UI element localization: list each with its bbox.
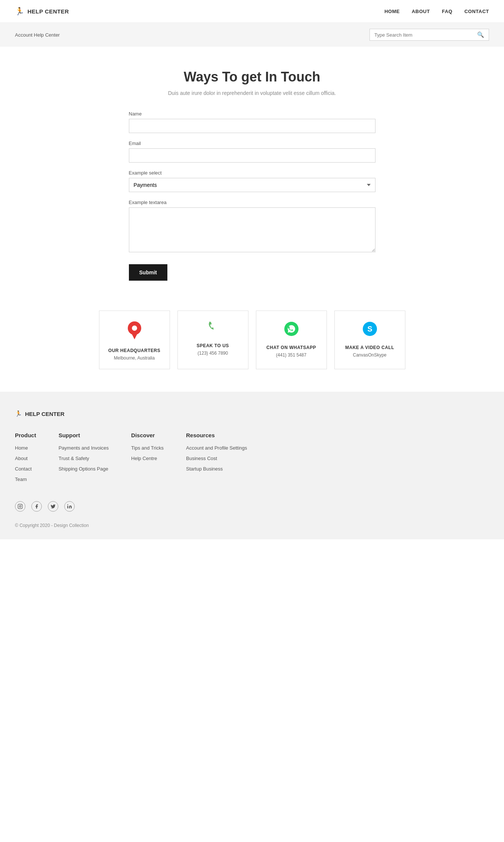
footer-resources-heading: Resources bbox=[186, 432, 247, 438]
card-skype-title: MAKE A VIDEO CALL bbox=[342, 345, 398, 350]
footer-logo-text: HELP CENTER bbox=[25, 411, 65, 417]
svg-rect-6 bbox=[18, 504, 22, 509]
navbar-links: HOME ABOUT FAQ CONTACT bbox=[384, 8, 489, 15]
select-field-group: Example select Payments Support General … bbox=[129, 170, 375, 192]
footer-column-support: Support Payments and Invoices Trust & Sa… bbox=[59, 432, 109, 486]
footer-copyright: © Copyright 2020 - Design Collection bbox=[15, 523, 489, 528]
card-skype: S MAKE A VIDEO CALL CanvasOnSkype bbox=[334, 311, 405, 369]
card-skype-detail: CanvasOnSkype bbox=[342, 352, 398, 358]
search-box[interactable]: 🔍 bbox=[370, 29, 489, 41]
name-input[interactable] bbox=[129, 119, 375, 133]
example-select[interactable]: Payments Support General Other bbox=[129, 178, 375, 192]
footer-column-resources: Resources Account and Profile Settings B… bbox=[186, 432, 247, 486]
contact-cards-section: OUR HEADQUARTERS Melbourne, Australia SP… bbox=[92, 311, 413, 369]
footer-link-contact[interactable]: Contact bbox=[15, 465, 36, 472]
card-whatsapp: CHAT ON WHATSAPP (441) 351 5487 bbox=[256, 311, 327, 369]
breadcrumb-bar: Account Help Center 🔍 bbox=[0, 23, 504, 47]
svg-point-8 bbox=[21, 505, 22, 505]
skype-icon: S bbox=[342, 321, 398, 340]
card-headquarters-title: OUR HEADQUARTERS bbox=[107, 348, 162, 353]
footer: 🏃 HELP CENTER Product Home About Contact… bbox=[0, 392, 504, 539]
name-label: Name bbox=[129, 111, 375, 117]
footer-link-payments[interactable]: Payments and Invoices bbox=[59, 444, 109, 451]
textarea-input[interactable] bbox=[129, 207, 375, 252]
footer-link-tips[interactable]: Tips and Tricks bbox=[131, 444, 164, 451]
select-label: Example select bbox=[129, 170, 375, 176]
textarea-label: Example textarea bbox=[129, 200, 375, 205]
email-label: Email bbox=[129, 141, 375, 146]
footer-logo-icon: 🏃 bbox=[15, 410, 22, 417]
search-input[interactable] bbox=[374, 32, 477, 38]
card-whatsapp-title: CHAT ON WHATSAPP bbox=[264, 345, 319, 350]
card-speak-detail: (123) 456 7890 bbox=[185, 351, 241, 356]
footer-link-account-settings[interactable]: Account and Profile Settings bbox=[186, 444, 247, 451]
page-subtitle: Duis aute irure dolor in reprehenderit i… bbox=[129, 90, 375, 96]
footer-link-home[interactable]: Home bbox=[15, 444, 36, 451]
logo-icon: 🏃 bbox=[15, 7, 25, 16]
svg-point-1 bbox=[132, 326, 137, 331]
navbar-logo: 🏃 HELP CENTER bbox=[15, 7, 69, 16]
footer-support-heading: Support bbox=[59, 432, 109, 438]
whatsapp-icon bbox=[264, 321, 319, 340]
linkedin-icon[interactable] bbox=[64, 501, 75, 512]
email-field-group: Email bbox=[129, 141, 375, 163]
footer-column-discover: Discover Tips and Tricks Help Centre bbox=[131, 432, 164, 486]
page-title: Ways To get In Touch bbox=[129, 69, 375, 85]
phone-icon bbox=[185, 321, 241, 338]
textarea-field-group: Example textarea bbox=[129, 200, 375, 254]
footer-logo: 🏃 HELP CENTER bbox=[15, 410, 489, 417]
search-icon[interactable]: 🔍 bbox=[477, 31, 484, 38]
footer-social bbox=[15, 501, 489, 512]
footer-link-trust[interactable]: Trust & Safety bbox=[59, 455, 109, 462]
footer-columns: Product Home About Contact Team Support … bbox=[15, 432, 489, 486]
svg-text:S: S bbox=[367, 325, 372, 333]
navbar: 🏃 HELP CENTER HOME ABOUT FAQ CONTACT bbox=[0, 0, 504, 23]
facebook-icon[interactable] bbox=[31, 501, 42, 512]
card-speak-title: SPEAK TO US bbox=[185, 343, 241, 348]
card-speak: SPEAK TO US (123) 456 7890 bbox=[177, 311, 248, 369]
main-content: Ways To get In Touch Duis aute irure dol… bbox=[121, 47, 383, 296]
footer-column-product: Product Home About Contact Team bbox=[15, 432, 36, 486]
card-headquarters-detail: Melbourne, Australia bbox=[107, 355, 162, 361]
footer-link-help-centre[interactable]: Help Centre bbox=[131, 455, 164, 462]
footer-link-startup[interactable]: Startup Business bbox=[186, 465, 247, 472]
svg-point-7 bbox=[19, 506, 21, 508]
footer-link-business-cost[interactable]: Business Cost bbox=[186, 455, 247, 462]
nav-faq[interactable]: FAQ bbox=[442, 8, 452, 15]
svg-point-9 bbox=[67, 504, 68, 505]
submit-button[interactable]: Submit bbox=[129, 264, 167, 281]
pin-icon bbox=[107, 321, 162, 343]
footer-discover-heading: Discover bbox=[131, 432, 164, 438]
nav-home[interactable]: HOME bbox=[384, 8, 400, 15]
nav-contact[interactable]: CONTACT bbox=[464, 8, 489, 15]
name-field-group: Name bbox=[129, 111, 375, 133]
footer-link-team[interactable]: Team bbox=[15, 476, 36, 482]
footer-product-heading: Product bbox=[15, 432, 36, 438]
card-headquarters: OUR HEADQUARTERS Melbourne, Australia bbox=[99, 311, 170, 369]
nav-about[interactable]: ABOUT bbox=[412, 8, 430, 15]
twitter-icon[interactable] bbox=[48, 501, 58, 512]
logo-text: HELP CENTER bbox=[28, 8, 69, 15]
footer-link-shipping[interactable]: Shipping Options Page bbox=[59, 465, 109, 472]
breadcrumb: Account Help Center bbox=[15, 32, 60, 38]
instagram-icon[interactable] bbox=[15, 501, 25, 512]
contact-form: Name Email Example select Payments Suppo… bbox=[129, 111, 375, 281]
email-input[interactable] bbox=[129, 148, 375, 163]
svg-marker-2 bbox=[131, 332, 138, 339]
footer-link-about[interactable]: About bbox=[15, 455, 36, 462]
card-whatsapp-detail: (441) 351 5487 bbox=[264, 352, 319, 358]
